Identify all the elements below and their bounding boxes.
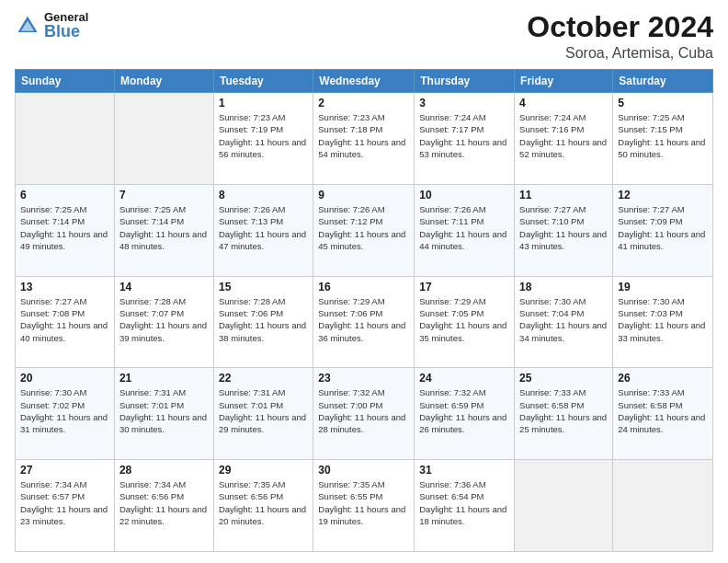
calendar-cell: 17Sunrise: 7:29 AM Sunset: 7:05 PM Dayli… — [415, 276, 515, 368]
day-number: 30 — [318, 464, 409, 477]
weekday-header-thursday: Thursday — [415, 70, 515, 93]
day-info: Sunrise: 7:35 AM Sunset: 6:55 PM Dayligh… — [318, 478, 409, 527]
week-row-2: 6Sunrise: 7:25 AM Sunset: 7:14 PM Daylig… — [16, 184, 713, 276]
day-number: 26 — [618, 372, 708, 385]
day-number: 1 — [219, 97, 308, 109]
calendar-cell: 28Sunrise: 7:34 AM Sunset: 6:56 PM Dayli… — [114, 460, 213, 552]
week-row-5: 27Sunrise: 7:34 AM Sunset: 6:57 PM Dayli… — [16, 460, 713, 552]
day-info: Sunrise: 7:23 AM Sunset: 7:18 PM Dayligh… — [318, 111, 409, 160]
weekday-header-saturday: Saturday — [613, 70, 713, 93]
calendar-cell — [114, 93, 213, 185]
day-info: Sunrise: 7:33 AM Sunset: 6:58 PM Dayligh… — [519, 386, 608, 435]
calendar-cell: 11Sunrise: 7:27 AM Sunset: 7:10 PM Dayli… — [515, 184, 613, 276]
day-info: Sunrise: 7:26 AM Sunset: 7:12 PM Dayligh… — [318, 203, 409, 252]
day-info: Sunrise: 7:30 AM Sunset: 7:02 PM Dayligh… — [20, 386, 109, 435]
day-number: 18 — [519, 281, 608, 293]
calendar-cell: 16Sunrise: 7:29 AM Sunset: 7:06 PM Dayli… — [313, 276, 415, 368]
calendar-cell: 13Sunrise: 7:27 AM Sunset: 7:08 PM Dayli… — [16, 276, 115, 368]
day-info: Sunrise: 7:24 AM Sunset: 7:16 PM Dayligh… — [519, 111, 608, 160]
day-info: Sunrise: 7:34 AM Sunset: 6:57 PM Dayligh… — [20, 478, 109, 527]
day-number: 11 — [519, 189, 608, 201]
calendar-cell: 23Sunrise: 7:32 AM Sunset: 7:00 PM Dayli… — [313, 368, 415, 460]
page: General Blue October 2024 Soroa, Artemis… — [0, 0, 728, 563]
calendar-cell: 4Sunrise: 7:24 AM Sunset: 7:16 PM Daylig… — [515, 93, 613, 185]
day-number: 8 — [219, 189, 308, 201]
day-info: Sunrise: 7:27 AM Sunset: 7:10 PM Dayligh… — [519, 203, 608, 252]
day-number: 22 — [219, 372, 308, 385]
day-number: 6 — [20, 189, 109, 201]
calendar-cell: 5Sunrise: 7:25 AM Sunset: 7:15 PM Daylig… — [613, 93, 713, 185]
day-number: 9 — [318, 189, 409, 201]
day-info: Sunrise: 7:25 AM Sunset: 7:14 PM Dayligh… — [119, 203, 209, 252]
calendar-cell: 22Sunrise: 7:31 AM Sunset: 7:01 PM Dayli… — [213, 368, 313, 460]
calendar-cell: 10Sunrise: 7:26 AM Sunset: 7:11 PM Dayli… — [415, 184, 515, 276]
day-info: Sunrise: 7:28 AM Sunset: 7:07 PM Dayligh… — [119, 295, 209, 344]
day-number: 20 — [20, 372, 109, 385]
calendar-cell: 14Sunrise: 7:28 AM Sunset: 7:07 PM Dayli… — [114, 276, 213, 368]
day-info: Sunrise: 7:23 AM Sunset: 7:19 PM Dayligh… — [219, 111, 308, 160]
day-number: 28 — [119, 464, 209, 477]
day-info: Sunrise: 7:28 AM Sunset: 7:06 PM Dayligh… — [219, 295, 308, 344]
week-row-4: 20Sunrise: 7:30 AM Sunset: 7:02 PM Dayli… — [16, 368, 713, 460]
day-info: Sunrise: 7:25 AM Sunset: 7:14 PM Dayligh… — [20, 203, 109, 252]
day-number: 2 — [318, 97, 409, 109]
weekday-header-friday: Friday — [515, 70, 613, 93]
calendar-cell: 25Sunrise: 7:33 AM Sunset: 6:58 PM Dayli… — [515, 368, 613, 460]
calendar-cell: 7Sunrise: 7:25 AM Sunset: 7:14 PM Daylig… — [114, 184, 213, 276]
calendar-cell: 20Sunrise: 7:30 AM Sunset: 7:02 PM Dayli… — [16, 368, 115, 460]
day-info: Sunrise: 7:34 AM Sunset: 6:56 PM Dayligh… — [119, 478, 209, 527]
location-title: Soroa, Artemisa, Cuba — [527, 45, 713, 62]
day-info: Sunrise: 7:36 AM Sunset: 6:54 PM Dayligh… — [419, 478, 509, 527]
calendar-cell: 8Sunrise: 7:26 AM Sunset: 7:13 PM Daylig… — [213, 184, 313, 276]
weekday-header-wednesday: Wednesday — [313, 70, 415, 93]
day-info: Sunrise: 7:35 AM Sunset: 6:56 PM Dayligh… — [219, 478, 308, 527]
calendar-cell: 21Sunrise: 7:31 AM Sunset: 7:01 PM Dayli… — [114, 368, 213, 460]
week-row-3: 13Sunrise: 7:27 AM Sunset: 7:08 PM Dayli… — [16, 276, 713, 368]
month-title: October 2024 — [527, 11, 713, 43]
day-info: Sunrise: 7:32 AM Sunset: 6:59 PM Dayligh… — [419, 386, 509, 435]
day-info: Sunrise: 7:26 AM Sunset: 7:13 PM Dayligh… — [219, 203, 308, 252]
calendar-cell: 19Sunrise: 7:30 AM Sunset: 7:03 PM Dayli… — [613, 276, 713, 368]
day-info: Sunrise: 7:27 AM Sunset: 7:08 PM Dayligh… — [20, 295, 109, 344]
week-row-1: 1Sunrise: 7:23 AM Sunset: 7:19 PM Daylig… — [16, 93, 713, 185]
calendar-cell: 15Sunrise: 7:28 AM Sunset: 7:06 PM Dayli… — [213, 276, 313, 368]
day-number: 29 — [219, 464, 308, 477]
day-number: 31 — [419, 464, 509, 477]
calendar-cell: 1Sunrise: 7:23 AM Sunset: 7:19 PM Daylig… — [213, 93, 313, 185]
day-number: 12 — [618, 189, 708, 201]
weekday-header-row: SundayMondayTuesdayWednesdayThursdayFrid… — [16, 70, 713, 93]
calendar-cell: 9Sunrise: 7:26 AM Sunset: 7:12 PM Daylig… — [313, 184, 415, 276]
title-block: October 2024 Soroa, Artemisa, Cuba — [527, 11, 713, 62]
calendar-cell: 26Sunrise: 7:33 AM Sunset: 6:58 PM Dayli… — [613, 368, 713, 460]
day-info: Sunrise: 7:24 AM Sunset: 7:17 PM Dayligh… — [419, 111, 509, 160]
day-number: 19 — [618, 281, 708, 293]
weekday-header-tuesday: Tuesday — [213, 70, 313, 93]
day-info: Sunrise: 7:30 AM Sunset: 7:04 PM Dayligh… — [519, 295, 608, 344]
calendar-cell: 6Sunrise: 7:25 AM Sunset: 7:14 PM Daylig… — [16, 184, 115, 276]
calendar-cell — [613, 460, 713, 552]
calendar-cell: 2Sunrise: 7:23 AM Sunset: 7:18 PM Daylig… — [313, 93, 415, 185]
day-info: Sunrise: 7:26 AM Sunset: 7:11 PM Dayligh… — [419, 203, 509, 252]
day-number: 10 — [419, 189, 509, 201]
calendar-cell: 3Sunrise: 7:24 AM Sunset: 7:17 PM Daylig… — [415, 93, 515, 185]
day-info: Sunrise: 7:29 AM Sunset: 7:06 PM Dayligh… — [318, 295, 409, 344]
day-number: 4 — [519, 97, 608, 109]
logo-icon — [15, 13, 40, 39]
day-info: Sunrise: 7:25 AM Sunset: 7:15 PM Dayligh… — [618, 111, 708, 160]
calendar-cell: 30Sunrise: 7:35 AM Sunset: 6:55 PM Dayli… — [313, 460, 415, 552]
day-number: 5 — [618, 97, 708, 109]
day-number: 27 — [20, 464, 109, 477]
day-number: 25 — [519, 372, 608, 385]
calendar-cell — [16, 93, 115, 185]
header: General Blue October 2024 Soroa, Artemis… — [15, 11, 713, 62]
day-info: Sunrise: 7:31 AM Sunset: 7:01 PM Dayligh… — [119, 386, 209, 435]
logo: General Blue — [15, 11, 88, 40]
day-info: Sunrise: 7:29 AM Sunset: 7:05 PM Dayligh… — [419, 295, 509, 344]
day-number: 24 — [419, 372, 509, 385]
day-number: 23 — [318, 372, 409, 385]
logo-text: General Blue — [44, 11, 88, 40]
logo-blue: Blue — [44, 23, 88, 40]
day-info: Sunrise: 7:27 AM Sunset: 7:09 PM Dayligh… — [618, 203, 708, 252]
calendar-cell: 18Sunrise: 7:30 AM Sunset: 7:04 PM Dayli… — [515, 276, 613, 368]
day-number: 17 — [419, 281, 509, 293]
